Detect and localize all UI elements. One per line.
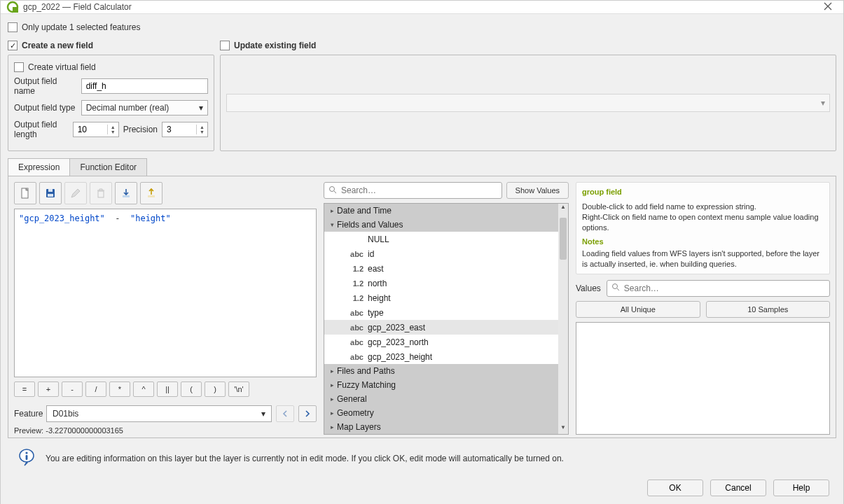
- tree-group[interactable]: ▾Fields and Values: [324, 218, 568, 232]
- tree-group[interactable]: ▸Fuzzy Matching: [324, 378, 568, 392]
- info-icon: [18, 448, 36, 468]
- create-new-checkbox[interactable]: [8, 41, 18, 50]
- functions-column: Show Values ▸Date and Time▾Fields and Va…: [324, 182, 569, 435]
- preview-value: -3.2270000000003165: [46, 426, 123, 435]
- svg-rect-5: [48, 194, 53, 197]
- precision-stepper[interactable]: ▲▼: [162, 122, 208, 137]
- operator-button-8[interactable]: ): [205, 382, 226, 397]
- chevron-right-icon: ▸: [327, 207, 337, 214]
- field-item[interactable]: abcgcp_2023_north: [324, 335, 568, 349]
- tree-group[interactable]: ▸General: [324, 392, 568, 406]
- feature-next-button[interactable]: [298, 405, 317, 422]
- svg-rect-6: [98, 191, 104, 197]
- field-name: gcp_2023_east: [368, 323, 568, 332]
- titlebar: gcp_2022 — Field Calculator: [1, 1, 843, 14]
- cancel-button[interactable]: Cancel: [710, 479, 766, 496]
- tree-scrollbar[interactable]: ▲ ▼: [558, 204, 568, 434]
- function-search-field[interactable]: [324, 182, 502, 199]
- expr-token-left: "gcp_2023_height": [19, 214, 105, 223]
- operator-button-9[interactable]: '\n': [228, 382, 249, 397]
- length-down[interactable]: ▼: [108, 130, 118, 134]
- tree-group[interactable]: ▸Date and Time: [324, 204, 568, 218]
- update-existing-checkbox[interactable]: [220, 41, 230, 50]
- chevron-down-icon: ▾: [261, 409, 265, 419]
- update-field-select[interactable]: ▾: [226, 94, 830, 112]
- expression-editor[interactable]: "gcp_2023_height" - "height": [14, 209, 317, 377]
- precision-input[interactable]: [162, 122, 196, 136]
- field-name: east: [368, 264, 568, 274]
- output-type-select[interactable]: Decimal number (real) ▾: [81, 100, 208, 115]
- import-icon[interactable]: [115, 182, 137, 204]
- field-item[interactable]: NULL: [324, 232, 568, 246]
- export-icon[interactable]: [140, 182, 162, 204]
- output-length-input[interactable]: [74, 122, 107, 136]
- ten-samples-button[interactable]: 10 Samples: [706, 301, 831, 318]
- output-length-label: Output field length: [14, 120, 69, 139]
- operator-button-5[interactable]: ^: [133, 382, 154, 397]
- field-item[interactable]: abcgcp_2023_east: [324, 320, 568, 335]
- output-length-stepper[interactable]: ▲▼: [73, 122, 119, 137]
- precision-up[interactable]: ▲: [197, 125, 207, 130]
- field-item[interactable]: abctype: [324, 305, 568, 320]
- field-item[interactable]: 1.2height: [324, 290, 568, 305]
- chevron-down-icon: ▾: [821, 98, 825, 108]
- delete-icon[interactable]: [90, 182, 112, 204]
- tree-group[interactable]: ▸Map Layers: [324, 420, 568, 434]
- field-calculator-window: gcp_2022 — Field Calculator Only update …: [0, 0, 844, 504]
- feature-prev-button[interactable]: [276, 405, 294, 422]
- operator-button-7[interactable]: (: [181, 382, 202, 397]
- update-existing-label: Update existing field: [234, 41, 316, 50]
- output-type-label: Output field type: [14, 103, 77, 113]
- virtual-field-checkbox[interactable]: [14, 62, 24, 72]
- only-update-row: Only update 1 selected features: [8, 22, 836, 32]
- tree-group[interactable]: ▸Geometry: [324, 406, 568, 420]
- help-button[interactable]: Help: [773, 479, 829, 496]
- save-icon[interactable]: [39, 182, 62, 204]
- tree-group-label: Date and Time: [337, 206, 565, 216]
- values-list[interactable]: [576, 322, 830, 435]
- function-search-input[interactable]: [341, 186, 497, 195]
- field-item[interactable]: 1.2north: [324, 276, 568, 290]
- feature-row: Feature D01bis ▾: [14, 405, 317, 422]
- chevron-right-icon: ▸: [327, 424, 337, 430]
- operator-button-2[interactable]: -: [62, 382, 83, 397]
- ok-button[interactable]: OK: [647, 479, 703, 496]
- close-button[interactable]: [818, 1, 838, 13]
- tab-function-editor[interactable]: Function Editor: [69, 158, 147, 176]
- scroll-thumb[interactable]: [560, 218, 567, 260]
- feature-label: Feature: [14, 409, 42, 419]
- operator-button-3[interactable]: /: [85, 382, 106, 397]
- field-item[interactable]: 1.2east: [324, 261, 568, 276]
- feature-select[interactable]: D01bis ▾: [46, 405, 272, 422]
- function-tree[interactable]: ▸Date and Time▾Fields and ValuesNULLabci…: [324, 203, 569, 435]
- values-search-input[interactable]: [624, 284, 825, 293]
- qgis-icon: [6, 1, 19, 13]
- expression-column: "gcp_2023_height" - "height" =+-/*^||()'…: [14, 182, 317, 435]
- length-up[interactable]: ▲: [108, 125, 118, 130]
- scroll-up-icon[interactable]: ▲: [558, 204, 568, 214]
- values-search-field[interactable]: [607, 280, 830, 297]
- update-field-panel: ▾: [220, 55, 836, 151]
- svg-point-12: [25, 451, 27, 454]
- field-item[interactable]: abcgcp_2023_height: [324, 349, 568, 364]
- show-values-button[interactable]: Show Values: [506, 182, 569, 199]
- new-file-icon[interactable]: [14, 182, 36, 204]
- operator-button-0[interactable]: =: [14, 382, 35, 397]
- scroll-down-icon[interactable]: ▼: [558, 424, 568, 434]
- tree-group-label: Fields and Values: [337, 220, 565, 230]
- output-name-label: Output field name: [14, 76, 77, 96]
- edit-icon[interactable]: [64, 182, 87, 204]
- field-type-icon: 1.2: [345, 279, 364, 288]
- all-unique-button[interactable]: All Unique: [576, 301, 700, 318]
- tree-group[interactable]: ▸Files and Paths: [324, 364, 568, 378]
- only-update-checkbox[interactable]: [8, 22, 18, 32]
- panels-row: Create virtual field Output field name O…: [8, 55, 836, 151]
- tab-expression[interactable]: Expression: [8, 158, 70, 176]
- operator-button-6[interactable]: ||: [157, 382, 178, 397]
- precision-down[interactable]: ▼: [197, 130, 207, 134]
- chevron-right-icon: ▸: [327, 368, 337, 374]
- output-name-input[interactable]: [81, 78, 208, 94]
- field-item[interactable]: abcid: [324, 246, 568, 261]
- operator-button-1[interactable]: +: [38, 382, 59, 397]
- operator-button-4[interactable]: *: [109, 382, 130, 397]
